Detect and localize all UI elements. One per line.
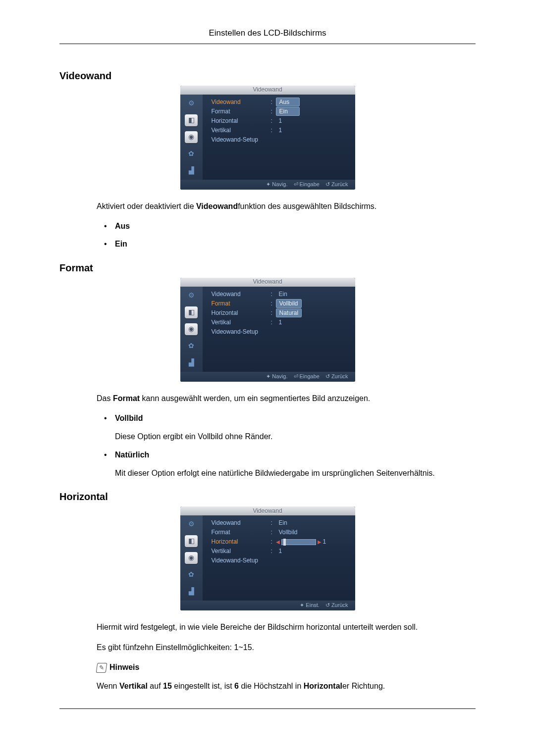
- osd-sidebar: ⚙ ◧ ◉ ✿ ▟: [180, 515, 203, 601]
- footer-back: ↺Zurück: [325, 602, 348, 609]
- horizontal-note-text: Wenn Vertikal auf 15 eingestellt ist, is…: [97, 680, 476, 692]
- nav-icon: ✦: [266, 373, 270, 380]
- osd-menu: Videowand ⚙ ◧ ◉ ✿ ▟ Videowand : Ein: [180, 506, 355, 610]
- osd-row[interactable]: Videowand : Ein: [212, 290, 351, 299]
- osd-slider[interactable]: ◀ ▶ 1: [276, 538, 326, 546]
- osd-row-value: Ein: [276, 518, 300, 528]
- format-description: Das Format kann ausgewählt werden, um ei…: [97, 393, 476, 404]
- footer-nav: ✦Einst.: [300, 602, 320, 609]
- osd-screenshot-videowand: Videowand ⚙ ◧ ◉ ✿ ▟ Videowand : Aus: [59, 86, 476, 190]
- osd-row[interactable]: Vertikal : 1: [212, 547, 351, 556]
- osd-sidebar: ⚙ ◧ ◉ ✿ ▟: [180, 287, 203, 372]
- bullet-vollbild: Vollbild Diese Option ergibt ein Vollbil…: [104, 413, 476, 443]
- setup-icon: ✿: [185, 148, 198, 160]
- footer-rule: [59, 708, 476, 709]
- osd-row-label: Vertikal: [212, 126, 271, 135]
- osd-row-label: Horizontal: [212, 309, 271, 317]
- osd-row[interactable]: Vertikal : 1: [212, 318, 351, 327]
- osd-row[interactable]: Format : Vollbild: [212, 299, 351, 308]
- nav-icon: ✦: [300, 602, 304, 609]
- osd-menu: Videowand ⚙ ◧ ◉ ✿ ▟ Videowand : Aus: [180, 86, 355, 190]
- osd-row-label: Videowand: [212, 519, 271, 527]
- osd-rows: Videowand : Ein Format : Vollbild Horizo…: [203, 515, 355, 601]
- slider-thumb[interactable]: [283, 539, 286, 546]
- multi-icon: ▟: [185, 165, 198, 177]
- clock-icon: ◉: [185, 323, 198, 335]
- osd-row-value: 1: [276, 126, 300, 135]
- input-icon: ◧: [185, 114, 198, 126]
- osd-row-label: Horizontal: [212, 538, 271, 546]
- osd-row-label: Videowand-Setup: [212, 328, 271, 336]
- osd-menu-title: Videowand: [180, 86, 355, 95]
- osd-row[interactable]: Videowand-Setup: [212, 135, 351, 145]
- osd-row-value: 1: [276, 116, 300, 126]
- osd-rows: Videowand : Aus Format : Ein Horizontal …: [203, 95, 355, 180]
- osd-row-value: 1: [276, 547, 300, 556]
- osd-row-label: Vertikal: [212, 547, 271, 555]
- osd-row[interactable]: Format : Ein: [212, 107, 351, 116]
- format-bullets: Vollbild Diese Option ergibt ein Vollbil…: [104, 413, 476, 479]
- input-icon: ◧: [185, 535, 198, 547]
- osd-row-value: Natural: [276, 308, 302, 317]
- osd-menu-title: Videowand: [180, 278, 355, 287]
- osd-menu: Videowand ⚙ ◧ ◉ ✿ ▟ Videowand : Ein: [180, 278, 355, 382]
- osd-rows: Videowand : Ein Format : Vollbild Horizo…: [203, 287, 355, 372]
- document-page: Einstellen des LCD-Bildschirms Videowand…: [0, 0, 535, 744]
- osd-footer: ✦Navig. ⏎Eingabe ↺Zurück: [180, 372, 355, 382]
- picture-icon: ⚙: [185, 518, 198, 530]
- osd-row-label: Format: [212, 300, 271, 308]
- enter-icon: ⏎: [294, 373, 298, 380]
- osd-footer: ✦Einst. ↺Zurück: [180, 601, 355, 610]
- bullet-natuerlich: Natürlich Mit dieser Option erfolgt eine…: [104, 450, 476, 479]
- osd-row[interactable]: Horizontal : ◀ ▶ 1: [212, 537, 351, 547]
- clock-icon: ◉: [185, 131, 198, 143]
- footer-nav: ✦Navig.: [266, 373, 287, 380]
- section-title-format: Format: [59, 261, 476, 275]
- back-icon: ↺: [325, 373, 330, 380]
- osd-row[interactable]: Horizontal : Natural: [212, 308, 351, 318]
- note-hinweis: ✎ Hinweis: [97, 662, 476, 673]
- osd-row-value: Aus: [276, 98, 300, 106]
- osd-row-label: Format: [212, 107, 271, 116]
- osd-row-label: Videowand-Setup: [212, 136, 271, 144]
- osd-row[interactable]: Format : Vollbild: [212, 528, 351, 537]
- input-icon: ◧: [185, 306, 198, 318]
- footer-enter: ⏎Eingabe: [294, 373, 320, 380]
- section-title-videowand: Videowand: [59, 69, 476, 83]
- nav-icon: ✦: [266, 181, 270, 188]
- footer-back: ↺Zurück: [325, 181, 348, 188]
- osd-row-label: Videowand: [212, 290, 271, 299]
- osd-footer: ✦Navig. ⏎Eingabe ↺Zurück: [180, 180, 355, 190]
- slider-track[interactable]: [281, 539, 316, 545]
- slider-value: 1: [323, 538, 326, 546]
- videowand-description: Aktiviert oder deaktiviert die Videowand…: [97, 201, 476, 212]
- osd-row[interactable]: Videowand : Ein: [212, 518, 351, 528]
- videowand-bullets: Aus Ein: [104, 221, 476, 250]
- bullet-text: Diese Option ergibt ein Vollbild ohne Rä…: [115, 431, 476, 442]
- osd-screenshot-format: Videowand ⚙ ◧ ◉ ✿ ▟ Videowand : Ein: [59, 278, 476, 382]
- note-label: Hinweis: [109, 662, 139, 673]
- slider-right-arrow-icon[interactable]: ▶: [318, 539, 321, 546]
- osd-row[interactable]: Videowand : Aus: [212, 98, 351, 107]
- slider-left-arrow-icon[interactable]: ◀: [276, 539, 280, 546]
- horizontal-desc2: Es gibt fünfzehn Einstellmöglichkeiten: …: [97, 642, 476, 653]
- clock-icon: ◉: [185, 552, 198, 564]
- setup-icon: ✿: [185, 569, 198, 581]
- multi-icon: ▟: [185, 586, 198, 598]
- picture-icon: ⚙: [185, 290, 198, 302]
- osd-row-label: Videowand: [212, 98, 271, 106]
- bullet-text: Mit dieser Option erfolgt eine natürlich…: [115, 467, 476, 479]
- footer-enter: ⏎Eingabe: [294, 181, 320, 188]
- picture-icon: ⚙: [185, 98, 198, 109]
- back-icon: ↺: [325, 602, 330, 609]
- osd-row-value: 1: [276, 318, 300, 327]
- horizontal-desc1: Hiermit wird festgelegt, in wie viele Be…: [97, 621, 476, 633]
- osd-row[interactable]: Horizontal : 1: [212, 116, 351, 126]
- osd-row[interactable]: Videowand-Setup: [212, 327, 351, 337]
- note-icon: ✎: [96, 663, 107, 673]
- osd-row-value: Vollbild: [276, 299, 302, 308]
- setup-icon: ✿: [185, 340, 198, 352]
- osd-sidebar: ⚙ ◧ ◉ ✿ ▟: [180, 95, 203, 180]
- osd-row[interactable]: Videowand-Setup: [212, 556, 351, 565]
- osd-row[interactable]: Vertikal : 1: [212, 126, 351, 135]
